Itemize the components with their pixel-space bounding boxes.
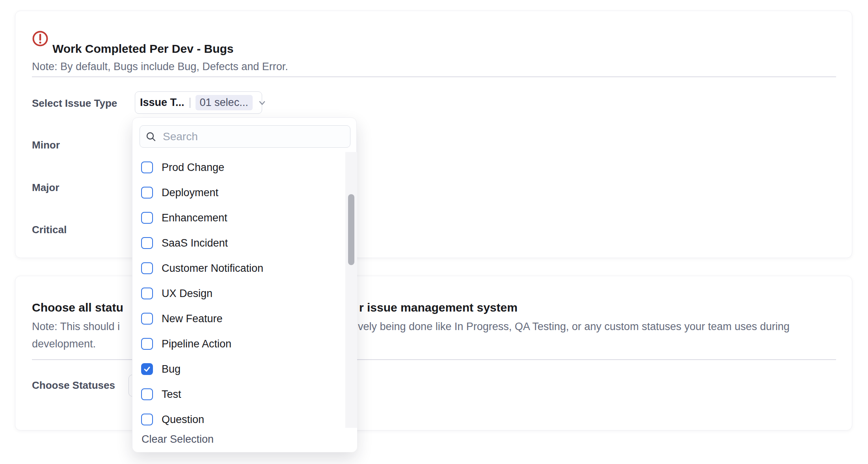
card2-title-left-fragment: Choose all statu bbox=[32, 301, 123, 315]
search-input[interactable] bbox=[163, 130, 345, 143]
checkbox-icon[interactable] bbox=[141, 288, 153, 299]
checkbox-icon[interactable] bbox=[141, 363, 153, 375]
option-label: New Feature bbox=[162, 313, 223, 325]
severity-label-minor: Minor bbox=[32, 139, 60, 151]
checkbox-icon[interactable] bbox=[141, 212, 153, 224]
clear-selection-button[interactable]: Clear Selection bbox=[142, 428, 214, 451]
dropdown-option[interactable]: Prod Change bbox=[132, 155, 357, 180]
issue-type-dropdown-button[interactable]: Issue T... 01 selec... bbox=[135, 91, 262, 114]
checkbox-icon[interactable] bbox=[141, 187, 153, 199]
button-divider bbox=[190, 98, 190, 108]
option-label: UX Design bbox=[162, 288, 212, 300]
option-label: Customer Notification bbox=[162, 262, 263, 275]
dropdown-footer: Clear Selection bbox=[132, 428, 357, 452]
dropdown-option[interactable]: SaaS Incident bbox=[132, 230, 357, 256]
scrollbar-track[interactable] bbox=[345, 152, 357, 428]
option-label: Pipeline Action bbox=[162, 338, 231, 350]
search-field[interactable] bbox=[140, 125, 350, 148]
option-label: Bug bbox=[162, 363, 181, 375]
card-note: Note: By default, Bugs include Bug, Defe… bbox=[32, 60, 288, 73]
card2-note-line2: development. bbox=[32, 337, 96, 351]
checkbox-icon[interactable] bbox=[141, 388, 153, 400]
alert-circle-icon bbox=[32, 30, 48, 48]
checkbox-icon[interactable] bbox=[141, 338, 153, 350]
choose-statuses-label: Choose Statuses bbox=[32, 379, 115, 392]
scrollbar-thumb[interactable] bbox=[348, 194, 354, 265]
select-issue-type-label: Select Issue Type bbox=[32, 97, 117, 110]
checkbox-icon[interactable] bbox=[141, 237, 153, 249]
dropdown-option[interactable]: Question bbox=[132, 407, 357, 431]
card2-title-right-fragment: r issue management system bbox=[359, 301, 518, 315]
checkbox-icon[interactable] bbox=[141, 414, 153, 425]
dropdown-option[interactable]: Deployment bbox=[132, 180, 357, 205]
checkbox-icon[interactable] bbox=[141, 262, 153, 274]
selected-count-badge: 01 selec... bbox=[196, 95, 253, 110]
dropdown-option[interactable]: Test bbox=[132, 382, 357, 407]
dropdown-option[interactable]: UX Design bbox=[132, 281, 357, 306]
checkbox-icon[interactable] bbox=[141, 161, 153, 173]
option-label: SaaS Incident bbox=[162, 237, 228, 249]
dropdown-option[interactable]: Bug bbox=[132, 356, 357, 382]
option-label: Deployment bbox=[162, 187, 218, 199]
dropdown-option[interactable]: Customer Notification bbox=[132, 256, 357, 281]
card2-note-left-fragment: Note: This should i bbox=[32, 320, 120, 333]
search-icon bbox=[145, 131, 156, 142]
divider bbox=[32, 76, 836, 77]
option-label: Test bbox=[162, 388, 181, 401]
severity-label-critical: Critical bbox=[32, 223, 67, 236]
page: Work Completed Per Dev - Bugs Note: By d… bbox=[0, 0, 868, 464]
card2-note-right-fragment: vely being done like In Progress, QA Tes… bbox=[358, 320, 790, 333]
option-label: Enhancement bbox=[162, 212, 227, 224]
card-title: Work Completed Per Dev - Bugs bbox=[52, 42, 234, 56]
dropdown-option[interactable]: Pipeline Action bbox=[132, 331, 357, 356]
issue-type-dropdown-panel: Prod Change Deployment Enhancement bbox=[132, 117, 357, 452]
checkbox-icon[interactable] bbox=[141, 313, 153, 325]
option-label: Prod Change bbox=[162, 161, 224, 174]
option-list: Prod Change Deployment Enhancement bbox=[132, 155, 357, 431]
dropdown-button-label: Issue T... bbox=[140, 97, 184, 109]
dropdown-option[interactable]: New Feature bbox=[132, 306, 357, 331]
option-label: Question bbox=[162, 414, 204, 426]
chevron-down-icon bbox=[258, 98, 266, 107]
dropdown-option[interactable]: Enhancement bbox=[132, 205, 357, 230]
severity-label-major: Major bbox=[32, 181, 59, 194]
